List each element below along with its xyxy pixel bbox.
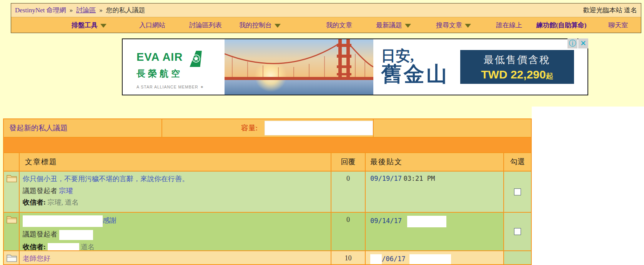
nav-who-online[interactable]: 誰在線上 [496,21,522,30]
replies-count: 10 [331,251,366,265]
row-checkbox[interactable] [514,228,521,235]
column-header-lastpost: 最後貼文 [366,153,504,171]
star-alliance-icon: ✦ [200,85,204,89]
main-nav: 排盤工具 入口網站 討論區列表 我的控制台 我的文章 最新議題 搜尋文章 誰在線… [11,17,641,33]
eva-air-tail-icon [185,51,202,67]
star-alliance-label: A STAR ALLIANCE MEMBER ✦ [136,85,225,89]
ad-headline-line1: 日安, [381,48,460,63]
row-checkbox[interactable] [514,188,521,195]
lastpost-date: 09/19/17 [370,175,402,182]
table-row: 老師您好 10 /06/17 [4,250,531,265]
ad-price-label: 最低售價含稅 [484,53,551,67]
breadcrumb-bar: DestinyNet 命理網 » 討論區 » 您的私人議題 歡迎光臨本站 道名 [11,3,641,17]
replies-count: 0 [331,172,366,212]
topic-recipients: 宗瓘, 道名 [48,198,79,206]
chevron-down-icon [405,24,411,28]
nav-search-posts[interactable]: 搜尋文章 [436,21,471,30]
folder-icon [6,253,18,263]
adchoices-icon[interactable]: ⓘ [567,38,577,48]
topic-title-link[interactable]: 感謝 [103,217,116,224]
redacted-recipient-name [48,243,79,250]
ad-headline: 日安, 舊金山 [373,39,460,95]
eva-air-logo-text: EVA AIR [136,51,183,63]
lastpost-date: 09/14/17 [370,217,402,225]
chevron-down-icon [275,24,281,28]
lastpost-date: /06/17 [382,255,405,263]
eva-air-chinese-name: 長榮航空 [136,68,225,80]
replies-count: 0 [331,213,366,250]
nav-my-console[interactable]: 我的控制台 [239,21,281,30]
ad-headline-line2: 舊金山 [381,63,460,86]
breadcrumb-current-page: 您的私人議題 [106,6,145,15]
topic-title-link[interactable]: 老師您好 [23,255,50,262]
table-header-row: 文章標題 回覆 最後貼文 勾選 [4,153,531,171]
nav-my-posts[interactable]: 我的文章 [326,21,352,30]
topic-starter-link[interactable]: 宗瓘 [59,187,73,195]
redaction-block [532,107,644,265]
topic-recipients: 道名 [81,243,95,250]
table-row: 你只個小丑，不要用污穢不堪的言辭，來說你在行善。 議題發起者 宗瓘 收信者: 宗… [4,171,531,212]
nav-portal[interactable]: 入口網站 [139,21,165,30]
new-private-topic-link[interactable]: 發起新的私人議題 [9,123,68,133]
column-header-replies: 回覆 [331,153,366,171]
nav-latest-topics[interactable]: 最新議題 [376,21,411,30]
breadcrumb-separator: » [99,7,103,14]
table-action-row: 發起新的私人議題 容量: [4,119,531,137]
top-bar: DestinyNet 命理網 » 討論區 » 您的私人議題 歡迎光臨本站 道名 … [11,3,641,33]
eva-air-logo: EVA AIR 長榮航空 A STAR ALLIANCE MEMBER ✦ [123,39,225,95]
eva-air-ad-banner[interactable]: EVA AIR 長榮航空 A STAR ALLIANCE MEMBER ✦ [122,38,588,95]
breadcrumb-site-link[interactable]: DestinyNet 命理網 [15,6,66,15]
redacted-time [407,216,446,227]
capacity-label: 容量: [241,123,258,133]
welcome-user-text: 歡迎光臨本站 道名 [583,6,637,15]
redacted-starter-name [59,230,93,240]
table-row: 感謝 議題發起者 收信者: 道名 0 09/14/17 [4,212,531,250]
private-topics-table: 發起新的私人議題 容量: 文章標題 回覆 最後貼文 勾選 你只個小丑，不要用污穢… [3,118,532,265]
column-header-check: 勾選 [504,153,531,171]
table-divider-bar [4,137,531,153]
nav-forum-list[interactable]: 討論區列表 [189,21,222,30]
nav-practice-hall[interactable]: 練功館(自助算命) [536,21,586,30]
ad-close-icon[interactable]: ✕ [578,38,588,48]
topic-title-link[interactable]: 你只個小丑，不要用污穢不堪的言辭，來說你在行善。 [23,175,189,183]
nav-chat-room[interactable]: 聊天室 [608,21,628,30]
column-header-title: 文章標題 [20,153,331,171]
folder-icon [6,174,18,183]
breadcrumb: DestinyNet 命理網 » 討論區 » 您的私人議題 [15,6,145,15]
ad-price-box: 最低售價含稅 TWD 22,290起 [460,50,574,84]
chevron-down-icon [100,24,107,28]
chevron-down-icon [465,24,471,28]
folder-icon [6,215,18,224]
lastpost-time: 03:21 PM [403,175,435,182]
breadcrumb-forum-link[interactable]: 討論區 [76,6,96,15]
breadcrumb-separator: » [70,7,73,14]
redacted-date-part [370,254,382,265]
capacity-input[interactable] [265,121,373,135]
redacted-title-text [23,215,103,227]
golden-gate-bridge-photo [225,39,373,95]
redacted-time [409,254,451,265]
ad-price-value: TWD 22,290起 [481,68,553,81]
nav-chart-tools[interactable]: 排盤工具 [72,21,107,30]
